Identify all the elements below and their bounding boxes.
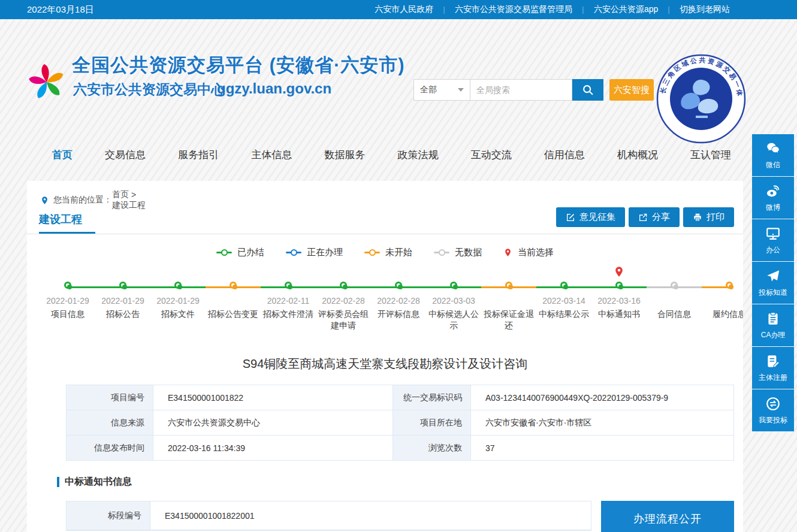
action-label: 打印 xyxy=(707,211,724,223)
step-label: 中标候选人公示 xyxy=(426,309,481,331)
legend-marker-icon xyxy=(216,252,232,253)
search-bar: 全部 六安智搜 xyxy=(413,79,654,101)
nav-item[interactable]: 机构概况 xyxy=(617,148,658,162)
breadcrumb-link[interactable]: 首页 xyxy=(112,189,129,200)
main-content: 您当前的位置： 首页 > 建设工程 建设工程 意见征集 分享 打印 xyxy=(27,181,743,532)
action-button[interactable]: 分享 xyxy=(629,207,680,227)
cell-value: 六安市公共资源交易中心 xyxy=(153,410,393,435)
sidebar-icon xyxy=(765,311,781,327)
notice-section-heading: 中标通知书信息 xyxy=(57,476,132,488)
nav-item[interactable]: 互认管理 xyxy=(690,148,731,162)
platform-logo-icon xyxy=(25,53,68,108)
action-icon xyxy=(693,213,702,222)
timeline-step[interactable]: 2022-01-29 项目信息 xyxy=(40,264,95,331)
action-button[interactable]: 意见征集 xyxy=(556,207,625,227)
timeline-step[interactable]: 2022-02-28 评标委员会组建申请 xyxy=(316,264,371,331)
timeline-node-icon xyxy=(285,282,292,289)
timeline-step[interactable]: 2022-01-29 招标文件 xyxy=(150,264,206,331)
nav-item[interactable]: 信用信息 xyxy=(544,148,585,162)
legend-marker-icon xyxy=(364,252,380,253)
sidebar-item-wechat[interactable]: 微信 xyxy=(752,134,794,176)
step-date: 2022-01-29 xyxy=(150,296,206,306)
sidebar-item-label: 办公 xyxy=(766,244,780,255)
project-info-table: 项目编号 E341500001001822 统一交易标识码 A03-123414… xyxy=(66,385,734,461)
timeline-step[interactable]: 2022-01-29 招标公告 xyxy=(95,264,150,331)
nav-item[interactable]: 主体信息 xyxy=(251,148,292,162)
legend-label: 已办结 xyxy=(237,247,264,258)
cell-label: 标段编号 xyxy=(67,501,150,530)
sidebar-item-plane[interactable]: 投标知道 xyxy=(752,262,794,304)
timeline-step[interactable]: 投标保证金退还 xyxy=(481,264,536,331)
topbar-link[interactable]: 六安公共资源app xyxy=(594,4,658,15)
sidebar-icon xyxy=(765,353,781,369)
nav-item[interactable]: 互动交流 xyxy=(471,148,512,162)
timeline-node-icon xyxy=(505,282,512,289)
sidebar-item-label: 微信 xyxy=(766,159,780,170)
legend-marker-icon xyxy=(434,252,449,253)
heading-text: 中标通知书信息 xyxy=(65,476,132,488)
sidebar-icon xyxy=(765,268,781,284)
topbar-link[interactable]: 六安市人民政府 xyxy=(375,4,433,15)
sidebar-item-weibo[interactable]: 微博 xyxy=(752,177,794,219)
separator: ｜ xyxy=(440,5,448,15)
legend-label: 无数据 xyxy=(455,247,482,258)
cell-label: 信息发布时间 xyxy=(67,436,153,460)
legend-item: 未开始 xyxy=(364,247,412,258)
nav-item[interactable]: 服务指引 xyxy=(178,148,219,162)
legend-label: 正在办理 xyxy=(307,247,343,258)
breadcrumb-separator: > xyxy=(129,190,138,200)
nav-item[interactable]: 交易信息 xyxy=(105,148,146,162)
timeline-node-icon xyxy=(726,282,733,289)
topbar-link[interactable]: 切换到老网站 xyxy=(680,4,730,15)
timeline-step[interactable]: 合同信息 xyxy=(647,264,702,331)
process-disclosure-button[interactable]: 办理流程公开 xyxy=(601,501,734,532)
nav-item[interactable]: 政策法规 xyxy=(398,148,439,162)
topbar-link[interactable]: 六安市公共资源交易监督管理局 xyxy=(455,4,572,15)
step-label: 招标公告 xyxy=(95,309,150,320)
tab-construction[interactable]: 建设工程 xyxy=(39,212,82,226)
timeline-step[interactable]: 2022-02-28 开评标信息 xyxy=(371,264,426,331)
timeline-step[interactable]: 2022-03-16 中标通知书 xyxy=(591,264,647,331)
timeline-step[interactable]: 2022-03-14 中标结果公示 xyxy=(536,264,591,331)
step-date xyxy=(647,296,702,306)
legend-item: 正在办理 xyxy=(286,247,343,258)
legend-item: 当前选择 xyxy=(503,247,554,258)
tab-divider xyxy=(27,234,743,234)
action-button[interactable]: 打印 xyxy=(683,207,734,227)
timeline-step[interactable]: 履约信息 xyxy=(702,264,743,331)
search-category-select[interactable]: 全部 xyxy=(413,79,470,101)
nav-item[interactable]: 数据服务 xyxy=(324,148,365,162)
step-label: 招标文件 xyxy=(150,309,206,320)
search-button[interactable] xyxy=(572,79,603,101)
step-label: 中标通知书 xyxy=(591,309,647,320)
timeline-step[interactable]: 2022-03-03 中标候选人公示 xyxy=(426,264,481,331)
heading-accent-bar xyxy=(57,477,59,487)
timeline-step[interactable]: 2022-02-11 招标文件澄清 xyxy=(261,264,316,331)
step-date: 2022-01-29 xyxy=(95,296,150,306)
sidebar-item-doc-edit[interactable]: 主体注册 xyxy=(752,347,794,389)
timeline-node-icon xyxy=(340,282,347,289)
sidebar-item-transfer[interactable]: 我要投标 xyxy=(752,389,794,431)
topbar-links: 六安市人民政府 ｜ 六安市公共资源交易监督管理局 ｜ 六安公共资源app ｜ 切… xyxy=(375,4,744,15)
nav-item[interactable]: 首页 xyxy=(52,148,73,162)
timeline-step[interactable]: 招标公告变更 xyxy=(206,264,261,331)
smart-search-button[interactable]: 六安智搜 xyxy=(609,79,654,101)
step-date: 2022-03-16 xyxy=(591,296,647,306)
sidebar-icon xyxy=(765,396,781,412)
timeline-node-icon xyxy=(615,282,623,289)
breadcrumb-link[interactable]: 建设工程 xyxy=(112,200,146,211)
step-date xyxy=(206,296,261,306)
search-icon xyxy=(581,83,594,96)
sidebar-item-clipboard[interactable]: CA办理 xyxy=(752,304,794,346)
main-nav: 首页交易信息服务指引主体信息数据服务政策法规互动交流信用信息机构概况互认管理 xyxy=(27,133,743,176)
sidebar-icon xyxy=(765,183,781,199)
sidebar-item-monitor[interactable]: 办公 xyxy=(752,219,794,261)
action-icon xyxy=(566,213,575,222)
timeline-legend: 已办结 正在办理 未开始 无数据 当前选择 xyxy=(27,247,743,258)
search-input[interactable] xyxy=(470,79,572,101)
timeline-node-icon xyxy=(450,282,457,289)
table-row: 项目编号 E341500001001822 统一交易标识码 A03-123414… xyxy=(67,385,733,410)
separator: ｜ xyxy=(579,5,587,15)
action-label: 分享 xyxy=(652,211,670,223)
table-row: 信息发布时间 2022-03-16 11:34:39 浏览次数 37 xyxy=(67,436,733,461)
